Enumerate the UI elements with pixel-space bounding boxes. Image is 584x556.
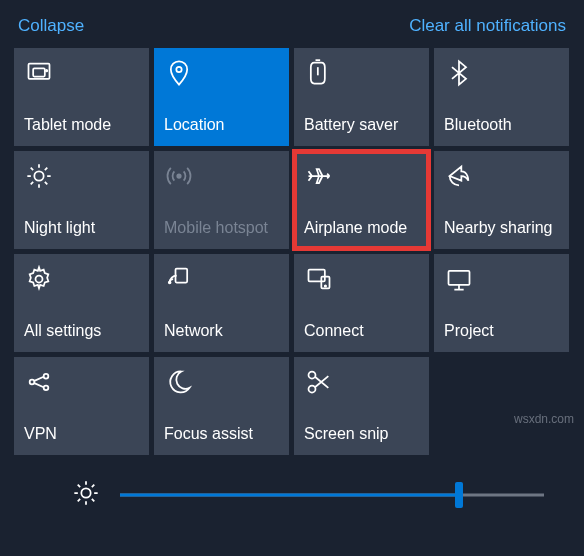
airplane-icon <box>304 161 334 191</box>
tile-project[interactable]: Project <box>434 254 569 352</box>
tile-mobile-hotspot: Mobile hotspot <box>154 151 289 249</box>
tile-airplane-mode[interactable]: Airplane mode <box>294 151 429 249</box>
location-icon <box>164 58 194 88</box>
connect-icon <box>304 264 334 294</box>
tile-night-light[interactable]: Night light <box>14 151 149 249</box>
tile-label: Network <box>164 321 279 340</box>
tile-screen-snip[interactable]: Screen snip <box>294 357 429 455</box>
moon-icon <box>164 367 194 397</box>
brightness-icon <box>72 479 100 511</box>
tile-bluetooth[interactable]: Bluetooth <box>434 48 569 146</box>
tablet-icon <box>24 58 54 88</box>
tile-label: Battery saver <box>304 115 419 134</box>
tile-battery-saver[interactable]: Battery saver <box>294 48 429 146</box>
tile-label: VPN <box>24 424 139 443</box>
tile-network[interactable]: Network <box>154 254 289 352</box>
tile-label: Connect <box>304 321 419 340</box>
settings-icon <box>24 264 54 294</box>
tile-label: Screen snip <box>304 424 419 443</box>
tile-label: Focus assist <box>164 424 279 443</box>
tile-label: Night light <box>24 218 139 237</box>
tile-label: Location <box>164 115 279 134</box>
tile-label: Mobile hotspot <box>164 218 279 237</box>
brightness-slider[interactable] <box>120 485 544 505</box>
tile-label: Tablet mode <box>24 115 139 134</box>
tile-label: All settings <box>24 321 139 340</box>
tile-location[interactable]: Location <box>154 48 289 146</box>
tile-nearby-sharing[interactable]: Nearby sharing <box>434 151 569 249</box>
tile-tablet-mode[interactable]: Tablet mode <box>14 48 149 146</box>
bluetooth-icon <box>444 58 474 88</box>
quick-actions-grid: Tablet modeLocationBattery saverBluetoot… <box>0 48 584 455</box>
tile-vpn[interactable]: VPN <box>14 357 149 455</box>
clear-notifications-link[interactable]: Clear all notifications <box>409 16 566 36</box>
tile-label: Airplane mode <box>304 218 419 237</box>
collapse-link[interactable]: Collapse <box>18 16 84 36</box>
tile-label: Project <box>444 321 559 340</box>
vpn-icon <box>24 367 54 397</box>
tile-label: Nearby sharing <box>444 218 559 237</box>
hotspot-icon <box>164 161 194 191</box>
snip-icon <box>304 367 334 397</box>
tile-connect[interactable]: Connect <box>294 254 429 352</box>
sun-icon <box>24 161 54 191</box>
project-icon <box>444 264 474 294</box>
battery-icon <box>304 58 334 88</box>
tile-focus-assist[interactable]: Focus assist <box>154 357 289 455</box>
tile-all-settings[interactable]: All settings <box>14 254 149 352</box>
watermark: wsxdn.com <box>514 412 574 426</box>
share-icon <box>444 161 474 191</box>
tile-label: Bluetooth <box>444 115 559 134</box>
network-icon <box>164 264 194 294</box>
